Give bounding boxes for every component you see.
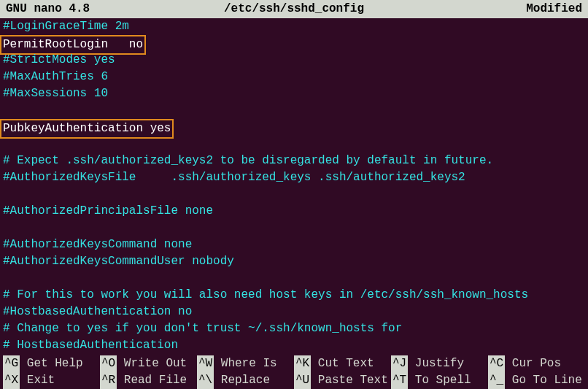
config-line: # Change to yes if you don't trust ~/.ss… <box>3 320 585 337</box>
config-line: #HostbasedAuthentication no <box>3 304 585 320</box>
shortcuts-row-1: ^G Get Help ^O Write Out ^W Where Is ^K … <box>3 355 585 372</box>
editor-area[interactable]: #LoginGraceTime 2m PermitRootLogin no #S… <box>0 18 588 354</box>
shortcut-paste-text[interactable]: ^U Paste Text <box>294 372 391 389</box>
file-path: /etc/ssh/sshd_config <box>198 1 390 18</box>
config-line: #StrictModes yes <box>3 52 585 69</box>
config-line: #AuthorizedKeysCommand none <box>3 236 585 253</box>
blank-line <box>3 270 585 287</box>
shortcut-to-spell[interactable]: ^T To Spell <box>391 372 488 389</box>
config-line: #AuthorizedKeysFile .ssh/authorized_keys… <box>3 169 585 186</box>
config-line: #MaxAuthTries 6 <box>3 69 585 85</box>
shortcut-replace[interactable]: ^\ Replace <box>197 372 294 389</box>
shortcut-cut-text[interactable]: ^K Cut Text <box>294 355 391 372</box>
config-line: #MaxSessions 10 <box>3 85 585 102</box>
shortcut-go-to-line[interactable]: ^_ Go To Line <box>488 372 585 389</box>
app-name: GNU nano 4.8 <box>6 1 198 18</box>
blank-line <box>3 102 585 119</box>
shortcut-cur-pos[interactable]: ^C Cur Pos <box>488 355 585 372</box>
config-line: #AuthorizedPrincipalsFile none <box>3 203 585 220</box>
config-line: # For this to work you will also need ho… <box>3 287 585 304</box>
shortcut-justify[interactable]: ^J Justify <box>391 355 488 372</box>
highlighted-pubkey-auth: PubkeyAuthentication yes <box>0 119 174 139</box>
config-line: #LoginGraceTime 2m <box>3 18 585 35</box>
shortcut-where-is[interactable]: ^W Where Is <box>197 355 294 372</box>
shortcuts-row-2: ^X Exit ^R Read File ^\ Replace ^U Paste… <box>3 372 585 389</box>
shortcut-write-out[interactable]: ^O Write Out <box>100 355 197 372</box>
config-line: #AuthorizedKeysCommandUser nobody <box>3 253 585 270</box>
shortcut-get-help[interactable]: ^G Get Help <box>3 355 100 372</box>
config-line: # Expect .ssh/authorized_keys2 to be dis… <box>3 153 585 169</box>
titlebar: GNU nano 4.8 /etc/ssh/sshd_config Modifi… <box>0 0 588 18</box>
shortcut-read-file[interactable]: ^R Read File <box>100 372 197 389</box>
blank-line <box>3 220 585 236</box>
config-line: # HostbasedAuthentication <box>3 337 585 354</box>
shortcuts-footer: ^G Get Help ^O Write Out ^W Where Is ^K … <box>0 355 588 389</box>
shortcut-exit[interactable]: ^X Exit <box>3 372 100 389</box>
blank-line <box>3 186 585 203</box>
modified-status: Modified <box>390 1 582 18</box>
